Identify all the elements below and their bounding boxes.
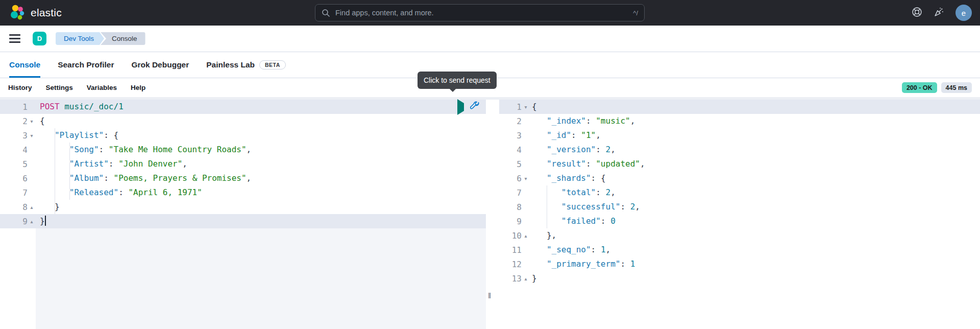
code-line[interactable]: 1POST music/_doc/1 [0,100,486,114]
tab-grok-debugger[interactable]: Grok Debugger [131,52,189,78]
code-line[interactable]: 5 "Artist": "John Denver", [0,157,486,171]
fold-toggle-icon[interactable]: ▴ [522,233,530,239]
gutter-cell: 7 [0,185,36,200]
gutter-cell: 4 [499,143,530,157]
line-number: 1 [22,102,28,112]
global-search-input[interactable]: Find apps, content, and more. ^/ [315,4,645,21]
request-editor-filler[interactable] [0,228,486,329]
search-icon [322,9,330,17]
console-editors: 1POST music/_doc/12▾{3▾ "Playlist": {4 "… [0,97,980,329]
code-line[interactable]: 3 "_id": "1", [499,128,980,143]
indent-guide [547,185,547,228]
code-line[interactable]: 9▴} [0,214,486,228]
fold-toggle-icon[interactable]: ▴ [28,219,36,224]
code-text: "Playlist": { [36,128,118,143]
help-button[interactable]: Help [131,84,145,91]
line-number: 9 [22,217,28,226]
gutter-cell: 9▴ [0,214,36,228]
line-number: 5 [517,159,522,169]
response-viewer[interactable]: 1▾{2 "_index": "music",3 "_id": "1",4 "_… [499,97,980,329]
send-request-button[interactable] [457,103,464,111]
line-number: 7 [22,188,28,198]
gutter-cell: 1▾ [499,100,530,114]
gutter-cell: 6▾ [499,171,530,185]
panel-splitter[interactable]: ‖ [486,97,499,329]
line-number: 9 [517,217,522,226]
variables-button[interactable]: Variables [87,84,117,91]
breadcrumb-dev-tools[interactable]: Dev Tools [56,32,104,45]
tab-console[interactable]: Console [9,52,40,78]
fold-toggle-icon[interactable]: ▾ [522,104,530,110]
splitter-handle-icon[interactable]: ‖ [488,291,491,300]
user-avatar[interactable]: e [955,5,972,21]
code-line[interactable]: 8▴ } [0,200,486,214]
code-line[interactable]: 9 "failed": 0 [499,214,980,228]
gutter-cell: 12 [499,257,530,271]
code-line[interactable]: 11 "_seq_no": 1, [499,243,980,257]
code-text: "_shards": { [530,171,606,185]
gutter-cell: 3▾ [0,128,36,143]
request-code: 1POST music/_doc/12▾{3▾ "Playlist": {4 "… [0,100,486,228]
line-number: 2 [517,116,522,126]
logo-text: elastic [31,7,62,19]
request-editor[interactable]: 1POST music/_doc/12▾{3▾ "Playlist": {4 "… [0,97,486,329]
history-button[interactable]: History [8,84,32,91]
code-text: }, [530,228,556,243]
menu-icon[interactable] [9,34,20,43]
code-line[interactable]: 8 "successful": 2, [499,200,980,214]
line-number: 2 [22,116,28,126]
code-line[interactable]: 4 "_version": 2, [499,143,980,157]
code-line[interactable]: 12 "_primary_term": 1 [499,257,980,271]
code-line[interactable]: 4 "Song": "Take Me Home Country Roads", [0,143,486,157]
code-text: "_primary_term": 1 [530,257,635,271]
code-line[interactable]: 1▾{ [499,100,980,114]
code-text: "_version": 2, [530,143,616,157]
code-line[interactable]: 2 "_index": "music", [499,114,980,128]
code-text: POST music/_doc/1 [36,100,124,114]
fold-toggle-icon[interactable]: ▾ [28,119,36,124]
code-line[interactable]: 6 "Album": "Poems, Prayers & Promises", [0,171,486,185]
deployment-badge[interactable]: D [33,32,46,45]
code-text: { [36,114,45,128]
line-number: 12 [512,260,522,269]
code-line[interactable]: 3▾ "Playlist": { [0,128,486,143]
code-text: "Artist": "John Denver", [36,157,187,171]
request-actions [457,101,480,112]
code-text: } [36,200,60,214]
tab-painless-lab[interactable]: Painless Lab BETA [206,52,286,78]
code-text: } [530,271,537,286]
code-line[interactable]: 2▾{ [0,114,486,128]
request-options-wrench-icon[interactable] [470,101,480,112]
gutter-cell: 11 [499,243,530,257]
play-icon [457,99,464,115]
tab-search-profiler[interactable]: Search Profiler [58,52,114,78]
line-number: 11 [512,245,522,255]
settings-button[interactable]: Settings [46,84,73,91]
code-line[interactable]: 7 "Released": "April 6, 1971" [0,185,486,200]
help-icon[interactable] [912,7,922,19]
search-placeholder: Find apps, content, and more. [335,9,628,17]
fold-toggle-icon[interactable]: ▾ [28,133,36,138]
indent-guide [69,143,70,200]
line-number: 3 [517,131,522,140]
whats-new-icon[interactable] [934,7,944,19]
response-code: 1▾{2 "_index": "music",3 "_id": "1",4 "_… [499,100,980,286]
gutter-cell: 7 [499,185,530,200]
fold-toggle-icon[interactable]: ▾ [522,176,530,181]
code-text: "_seq_no": 1, [530,243,610,257]
line-number: 3 [22,131,28,140]
code-line[interactable]: 13▴} [499,271,980,286]
fold-toggle-icon[interactable]: ▴ [28,204,36,210]
code-line[interactable]: 6▾ "_shards": { [499,171,980,185]
fold-toggle-icon[interactable]: ▴ [522,276,530,281]
search-shortcut-hint: ^/ [633,9,638,17]
tooltip-text: Click to send request [424,76,491,84]
code-line[interactable]: 5 "result": "updated", [499,157,980,171]
send-request-tooltip: Click to send request [418,72,497,89]
code-text: "Album": "Poems, Prayers & Promises", [36,171,251,185]
elastic-logo[interactable]: elastic [9,4,62,21]
code-line[interactable]: 10▴ }, [499,228,980,243]
code-line[interactable]: 7 "total": 2, [499,185,980,200]
gutter-cell: 9 [499,214,530,228]
line-number: 13 [512,274,522,284]
